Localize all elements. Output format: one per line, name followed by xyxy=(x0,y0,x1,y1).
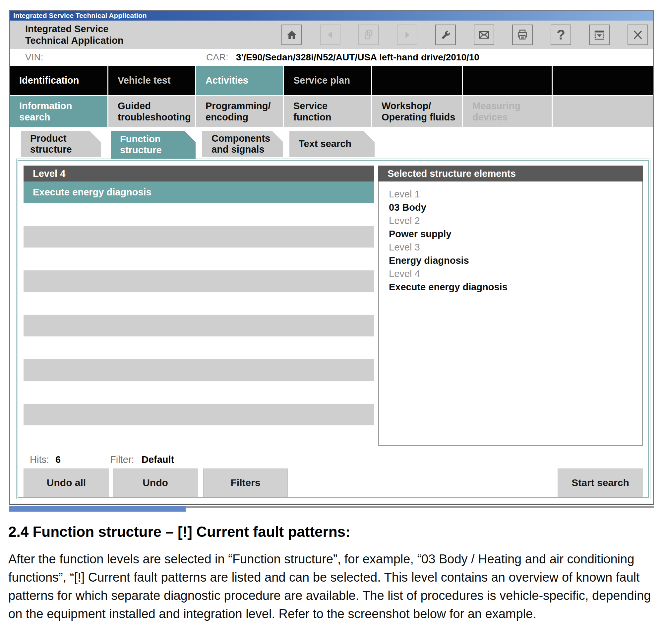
ista-window: Integrated Service Technical Application… xyxy=(9,10,654,505)
level-list-panel: Level 4 Execute energy diagnosis xyxy=(23,166,374,448)
breadcrumb-value: Power supply xyxy=(389,227,642,240)
start-search-button[interactable]: Start search xyxy=(558,469,643,497)
breadcrumb-value: Execute energy diagnosis xyxy=(389,281,642,294)
dock-icon xyxy=(593,29,606,41)
tab-function-structure[interactable]: Functionstructure xyxy=(111,131,196,158)
tab-empty-3 xyxy=(553,66,653,95)
help-icon: ? xyxy=(557,28,565,42)
undo-all-button[interactable]: Undo all xyxy=(23,469,109,497)
list-row-empty xyxy=(23,204,374,226)
tab-service-plan[interactable]: Service plan xyxy=(284,66,372,95)
breadcrumb-level: Level 3 xyxy=(389,240,642,254)
history-button[interactable] xyxy=(358,24,379,45)
window-titlebar: Integrated Service Technical Application xyxy=(10,11,653,20)
forward-button[interactable] xyxy=(397,24,417,45)
document-heading: 2.4 Function structure – [!] Current fau… xyxy=(8,524,350,540)
tab-service-function[interactable]: Servicefunction xyxy=(284,96,372,127)
breadcrumb-value: Energy diagnosis xyxy=(389,254,642,267)
tab-workshop-operating-fluids[interactable]: Workshop/Operating fluids xyxy=(372,96,463,127)
mail-icon xyxy=(478,29,490,41)
home-icon xyxy=(286,29,298,41)
breadcrumb-level: Level 2 xyxy=(389,214,642,227)
undo-button[interactable]: Undo xyxy=(113,469,197,497)
tab-guided-troubleshooting[interactable]: Guidedtroubleshooting xyxy=(108,96,196,127)
toolbar-icon-row: ? xyxy=(281,24,648,45)
vehicle-info-bar: VIN: CAR: 3'/E90/Sedan/328i/N52/AUT/USA … xyxy=(10,49,653,66)
tab-components-and-signals[interactable]: Componentsand signals xyxy=(202,131,283,157)
app-title: Integrated Service Technical Application xyxy=(25,23,124,47)
mail-button[interactable] xyxy=(474,24,494,45)
result-status-bar: Hits: 6 Filter: Default xyxy=(30,454,295,466)
dock-window-button[interactable] xyxy=(589,24,610,45)
window-shadow-line xyxy=(186,506,654,508)
help-button[interactable]: ? xyxy=(550,24,571,45)
printer-icon xyxy=(516,29,529,41)
main-tab-row: Identification Vehicle test Activities S… xyxy=(10,66,653,95)
tab-empty-2 xyxy=(463,66,553,95)
list-row-empty xyxy=(23,315,374,337)
breadcrumb: Level 1 03 Body Level 2 Power supply Lev… xyxy=(378,182,643,446)
hits-value: 6 xyxy=(55,454,61,465)
vin-label: VIN: xyxy=(25,52,43,63)
forward-icon xyxy=(401,29,413,40)
hits-label: Hits: xyxy=(30,454,49,465)
content-frame: Level 4 Execute energy diagnosis Selecte… xyxy=(16,158,650,499)
filter-value: Default xyxy=(142,454,174,465)
list-row-empty xyxy=(23,248,374,270)
horizontal-scrollbar-fragment[interactable] xyxy=(9,506,186,512)
tab-product-structure[interactable]: Productstructure xyxy=(21,131,101,157)
tab-programming-encoding[interactable]: Programming/encoding xyxy=(196,96,284,127)
list-row-empty xyxy=(23,226,374,248)
home-button[interactable] xyxy=(281,24,302,45)
close-button[interactable] xyxy=(628,24,648,45)
list-row-empty xyxy=(23,270,374,293)
list-row-empty xyxy=(23,293,374,315)
activity-tab-row: Informationsearch Guidedtroubleshooting … xyxy=(10,96,653,127)
tab-measuring-devices: Measuringdevices xyxy=(463,96,553,127)
tab-empty-1 xyxy=(372,66,463,95)
toolbar: Integrated Service Technical Application xyxy=(10,20,653,49)
list-row-empty xyxy=(23,359,374,382)
filter-label: Filter: xyxy=(110,454,134,465)
selected-elements-header: Selected structure elements xyxy=(378,166,643,182)
breadcrumb-level: Level 1 xyxy=(389,187,642,201)
list-row-empty xyxy=(23,382,374,404)
close-icon xyxy=(632,29,644,41)
settings-button[interactable] xyxy=(435,24,456,45)
list-row-empty xyxy=(23,426,374,448)
level-list-header: Level 4 xyxy=(23,166,374,182)
tab-identification[interactable]: Identification xyxy=(10,66,108,95)
back-button[interactable] xyxy=(320,24,340,45)
tab-activities[interactable]: Activities xyxy=(196,66,284,95)
list-item-execute-energy-diagnosis[interactable]: Execute energy diagnosis xyxy=(23,182,374,204)
search-tab-row: Productstructure Functionstructure Compo… xyxy=(10,127,653,158)
print-button[interactable] xyxy=(512,24,533,45)
car-value: 3'/E90/Sedan/328i/N52/AUT/USA left-hand … xyxy=(236,52,479,63)
breadcrumb-value: 03 Body xyxy=(389,201,642,214)
list-row-empty xyxy=(23,404,374,426)
car-label: CAR: xyxy=(206,52,228,63)
wrench-icon xyxy=(440,29,452,41)
document-paragraph: After the function levels are selected i… xyxy=(8,550,658,623)
tab-empty-4 xyxy=(553,96,653,127)
documents-icon xyxy=(363,29,374,41)
selected-elements-panel: Selected structure elements Level 1 03 B… xyxy=(378,166,643,446)
back-icon xyxy=(325,29,336,40)
tab-text-search[interactable]: Text search xyxy=(290,131,374,157)
filters-button[interactable]: Filters xyxy=(203,469,288,497)
list-row-empty xyxy=(23,337,374,359)
tab-information-search[interactable]: Informationsearch xyxy=(10,96,108,127)
breadcrumb-level: Level 4 xyxy=(389,267,642,281)
tab-vehicle-test[interactable]: Vehicle test xyxy=(108,66,196,95)
